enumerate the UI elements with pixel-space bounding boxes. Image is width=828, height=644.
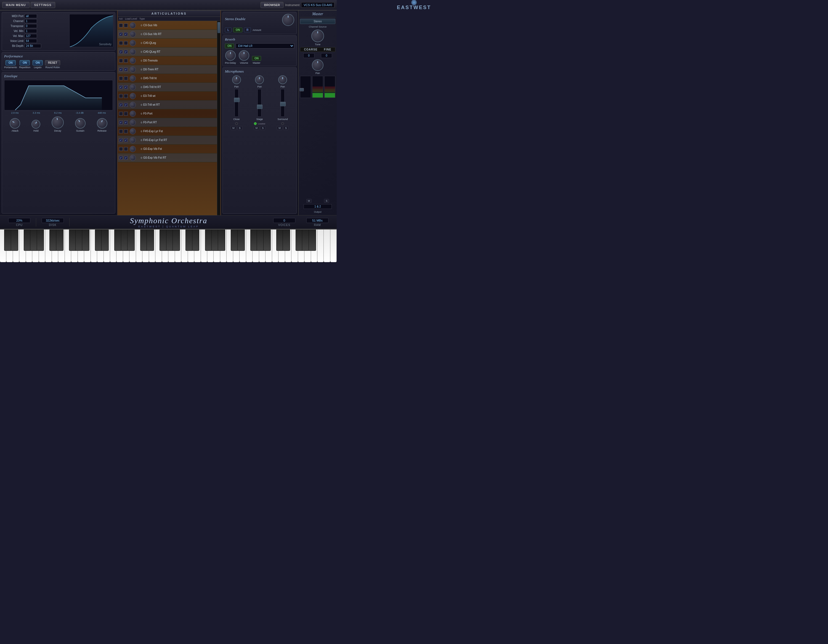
white-key-34[interactable] <box>220 230 227 262</box>
level-knob-15[interactable] <box>130 155 136 161</box>
midi-port-input[interactable] <box>25 14 37 18</box>
repetition-button[interactable]: ON <box>20 60 30 66</box>
master-m-button[interactable]: M <box>306 199 312 203</box>
white-key-41[interactable] <box>265 230 272 262</box>
white-key-17[interactable] <box>110 230 116 262</box>
level-knob-8[interactable] <box>130 93 136 99</box>
articulation-row-14[interactable]: 0 G0-Exp Vib Fst <box>118 144 217 154</box>
vel-min-input[interactable] <box>25 29 37 33</box>
load-checkbox-14[interactable] <box>124 147 128 151</box>
act-checkbox-2[interactable] <box>119 41 123 45</box>
level-knob-2[interactable] <box>130 40 136 46</box>
white-key-0[interactable] <box>0 230 6 262</box>
white-key-44[interactable] <box>285 230 292 262</box>
stereo-source-button[interactable]: Stereo <box>300 19 336 24</box>
white-key-10[interactable] <box>65 230 71 262</box>
level-knob-12[interactable] <box>130 128 136 135</box>
surround-pan-knob[interactable] <box>278 75 287 84</box>
load-checkbox-13[interactable] <box>124 138 128 142</box>
white-key-47[interactable] <box>304 230 311 262</box>
white-key-26[interactable] <box>168 230 175 262</box>
white-key-3[interactable] <box>19 230 26 262</box>
white-key-30[interactable] <box>194 230 201 262</box>
articulation-row-4[interactable]: 0 D0-Tremolo <box>118 56 217 65</box>
pre-delay-knob[interactable] <box>225 50 236 61</box>
level-knob-10[interactable] <box>130 111 136 117</box>
white-key-24[interactable] <box>155 230 162 262</box>
level-knob-14[interactable] <box>130 146 136 152</box>
close-s-button[interactable]: S <box>237 126 242 130</box>
level-knob-9[interactable] <box>130 102 136 108</box>
white-key-23[interactable] <box>149 230 155 262</box>
stage-pan-knob[interactable] <box>255 75 264 84</box>
act-checkbox-9[interactable] <box>119 103 123 107</box>
load-checkbox-4[interactable] <box>124 59 128 63</box>
load-checkbox-2[interactable] <box>124 41 128 45</box>
load-checkbox-1[interactable] <box>124 32 128 36</box>
reverb-on-master[interactable]: ON <box>252 56 261 61</box>
close-fader-track[interactable] <box>235 89 238 117</box>
white-key-35[interactable] <box>227 230 233 262</box>
load-checkbox-12[interactable] <box>124 129 128 133</box>
reverb-volume-knob[interactable] <box>239 50 249 61</box>
master-fader-track[interactable] <box>300 76 311 98</box>
load-checkbox-11[interactable] <box>124 121 128 124</box>
white-key-51[interactable] <box>330 230 337 262</box>
load-checkbox-3[interactable] <box>124 50 128 54</box>
white-key-20[interactable] <box>129 230 136 262</box>
level-knob-4[interactable] <box>130 58 136 64</box>
act-checkbox-4[interactable] <box>119 59 123 63</box>
white-key-36[interactable] <box>233 230 240 262</box>
articulation-row-8[interactable]: 0 E0-Trill wt <box>118 92 217 100</box>
main-menu-button[interactable]: MAIN MENU <box>2 2 30 8</box>
white-key-7[interactable] <box>45 230 52 262</box>
white-key-11[interactable] <box>71 230 78 262</box>
surround-fader-track[interactable] <box>281 89 285 117</box>
stage-fader-track[interactable] <box>257 89 261 117</box>
white-key-12[interactable] <box>78 230 84 262</box>
stage-m-button[interactable]: M <box>254 126 259 130</box>
channel-input[interactable] <box>25 19 37 23</box>
reset-button[interactable]: RESET <box>45 60 60 66</box>
master-s-button[interactable]: S <box>324 199 329 203</box>
act-checkbox-3[interactable] <box>119 50 123 54</box>
white-key-43[interactable] <box>279 230 285 262</box>
white-key-32[interactable] <box>207 230 213 262</box>
white-key-25[interactable] <box>162 230 168 262</box>
act-checkbox-15[interactable] <box>119 156 123 160</box>
level-knob-7[interactable] <box>130 84 136 90</box>
white-key-37[interactable] <box>240 230 246 262</box>
level-knob-11[interactable] <box>130 119 136 125</box>
load-checkbox-5[interactable] <box>124 67 128 72</box>
articulation-row-2[interactable]: 0 C#0-QLeg <box>118 39 217 47</box>
white-key-31[interactable] <box>201 230 207 262</box>
vel-max-input[interactable] <box>25 34 37 38</box>
surround-fader-handle[interactable] <box>280 102 285 106</box>
articulation-row-6[interactable]: 0 D#0-Trill ht <box>118 74 217 83</box>
white-key-18[interactable] <box>116 230 123 262</box>
white-key-46[interactable] <box>298 230 304 262</box>
scrollbar-thumb[interactable] <box>218 22 220 33</box>
stage-s-button[interactable]: S <box>260 126 265 130</box>
articulation-row-1[interactable]: 0 C0-Sus Vib RT <box>118 30 217 39</box>
white-key-19[interactable] <box>123 230 129 262</box>
reverb-preset-select[interactable]: EW Hall LR <box>236 43 294 49</box>
act-checkbox-12[interactable] <box>119 129 123 133</box>
act-checkbox-13[interactable] <box>119 138 123 142</box>
white-key-6[interactable] <box>39 230 45 262</box>
white-key-27[interactable] <box>175 230 181 262</box>
white-key-45[interactable] <box>292 230 298 262</box>
white-key-8[interactable] <box>52 230 58 262</box>
white-key-38[interactable] <box>246 230 252 262</box>
articulation-row-13[interactable]: 0 F#0-Exp Lyr Fst RT <box>118 136 217 144</box>
sustain-knob[interactable] <box>75 118 86 128</box>
scrollbar[interactable] <box>217 21 220 215</box>
articulation-row-11[interactable]: 0 F0-Port RT <box>118 118 217 127</box>
articulation-row-9[interactable]: 0 E0-Trill wt RT <box>118 100 217 109</box>
white-key-13[interactable] <box>84 230 91 262</box>
level-knob-1[interactable] <box>130 31 136 37</box>
white-key-21[interactable] <box>136 230 143 262</box>
white-key-48[interactable] <box>311 230 317 262</box>
close-fader-handle[interactable] <box>234 98 240 102</box>
pan-knob[interactable] <box>312 60 323 71</box>
